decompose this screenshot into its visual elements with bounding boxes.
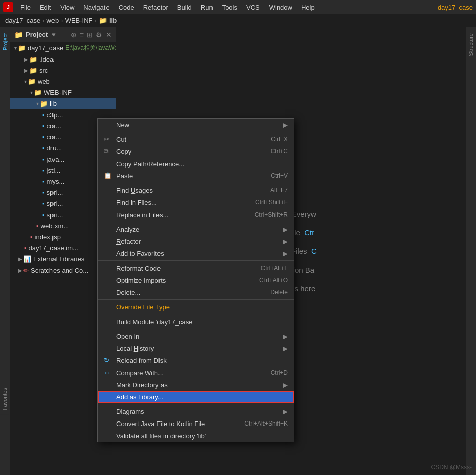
cm-optimizeimports-shortcut: Ctrl+Alt+O [259,277,288,284]
cm-replaceinfiles[interactable]: Replace in Files... Ctrl+Shift+R [98,208,294,221]
cm-overridefiletype[interactable]: Override File Type [98,301,294,313]
cm-new[interactable]: New ▶ [98,119,294,131]
cm-comparewith[interactable]: ↔ Compare With... Ctrl+D [98,366,294,379]
cm-convertjava[interactable]: Convert Java File to Kotlin File Ctrl+Al… [98,417,294,430]
hint-recentfiles-shortcut: C [311,247,317,255]
tree-label-webxml: web.xm... [41,222,69,230]
cm-refactor[interactable]: Refactor ▶ [98,235,294,247]
project-tab-icon[interactable]: Project [1,30,9,54]
collapse-icon[interactable]: ≡ [80,31,84,39]
cm-sep2 [98,183,294,183]
cm-validatefiles-label: Validate all files in directory 'lib' [116,432,288,440]
cm-paste[interactable]: 📋 Paste Ctrl+V [98,170,294,182]
close-icon[interactable]: ✕ [105,31,112,39]
file-icon-cor2: ▪ [42,133,45,141]
cm-markdirectoryas[interactable]: Mark Directory as ▶ [98,379,294,391]
cm-delete-shortcut: Delete [270,289,288,296]
menu-help[interactable]: Help [297,3,319,12]
expand-icon[interactable]: ⊞ [87,31,93,39]
cm-localhistory[interactable]: Local History ▶ [98,342,294,354]
tree-item-root[interactable]: ▾ 📁 day17_case E:\java相关\javaWeb\day17_c… [10,42,116,54]
breadcrumb-webinf[interactable]: WEB-INF [65,17,93,24]
cm-sep4 [98,260,294,261]
settings-icon[interactable]: ⚙ [96,31,102,39]
window-title: day17_case [438,4,473,11]
dropdown-arrow-icon[interactable]: ▾ [52,31,56,38]
cm-reload-icon: ↻ [104,357,113,364]
file-icon-cor1: ▪ [42,122,45,130]
cm-copy[interactable]: ⧉ Copy Ctrl+C [98,145,294,157]
app-logo: J [3,2,13,12]
breadcrumb-sep1: › [42,17,44,24]
cm-sep6 [98,314,294,314]
cm-findusages-label: Find Usages [116,187,270,194]
menu-navigate[interactable]: Navigate [79,3,113,12]
menu-file[interactable]: File [16,3,35,12]
cm-copy-shortcut: Ctrl+C [271,148,288,155]
cm-openin-label: Open In [116,333,283,340]
cm-reformat-shortcut: Ctrl+Alt+L [261,265,288,272]
menu-tools[interactable]: Tools [218,3,241,12]
breadcrumb-web[interactable]: web [46,17,59,24]
cm-validatefiles[interactable]: Validate all files in directory 'lib' [98,430,294,442]
menu-window[interactable]: Window [265,3,296,12]
cm-cut[interactable]: ✂ Cut Ctrl+X [98,133,294,145]
cm-cut-icon: ✂ [104,136,113,143]
cm-overridefiletype-label: Override File Type [116,303,288,311]
tree-label-spri3: spri... [47,211,63,219]
tree-label-c3p: c3p... [47,111,63,119]
breadcrumb-lib[interactable]: lib [109,17,117,24]
cm-cut-shortcut: Ctrl+X [271,136,288,143]
favorites-tab[interactable]: Favorites [0,384,9,414]
folder-icon-root: 📁 [18,44,26,52]
cm-copy-icon: ⧉ [104,148,113,155]
cm-analyze[interactable]: Analyze ▶ [98,223,294,235]
cm-delete[interactable]: Delete... Delete [98,286,294,298]
cm-diagrams[interactable]: Diagrams ▶ [98,405,294,417]
expand-arrow-root: ▾ [14,45,17,51]
file-icon-spri2: ▪ [42,200,45,207]
cm-addaslibrary[interactable]: Add as Library... [98,391,294,403]
tree-label-root: day17_case [28,44,63,52]
cm-findinfiles[interactable]: Find in Files... Ctrl+Shift+F [98,196,294,208]
tree-label-webinf: WEB-INF [44,89,72,96]
tree-item-web[interactable]: ▾ 📁 web [10,76,116,87]
cm-findusages[interactable]: Find Usages Alt+F7 [98,184,294,196]
cm-sep7 [98,329,294,329]
cm-buildmodule[interactable]: Build Module 'day17_case' [98,315,294,328]
cm-copypath[interactable]: Copy Path/Reference... [98,157,294,170]
cm-refactor-arrow: ▶ [283,238,288,245]
menu-refactor[interactable]: Refactor [139,3,172,12]
cm-reformat[interactable]: Reformat Code Ctrl+Alt+L [98,262,294,274]
cm-copypath-label: Copy Path/Reference... [116,160,288,168]
cm-analyze-label: Analyze [116,226,283,233]
tree-label-iml: day17_case.im... [29,244,78,252]
tree-item-idea[interactable]: ▶ 📁 .idea [10,54,116,65]
structure-tab[interactable]: Structure [467,29,475,60]
cm-openin[interactable]: Open In ▶ [98,330,294,342]
tree-item-src[interactable]: ▶ 📁 src [10,65,116,76]
tree-item-lib[interactable]: ▾ 📁 lib [10,98,116,109]
cm-reloadfromdisk-label: Reload from Disk [116,357,288,364]
breadcrumb: day17_case › web › WEB-INF › 📁 lib [0,14,476,27]
scratch-icon: ✏ [23,267,29,274]
menu-code[interactable]: Code [115,3,138,12]
file-icon-dru: ▪ [42,144,45,152]
extlib-icon: 📊 [23,255,31,263]
menu-run[interactable]: Run [197,3,217,12]
tree-item-webinf[interactable]: ▾ 📁 WEB-INF [10,87,116,98]
cm-favorites[interactable]: Add to Favorites ▶ [98,247,294,259]
project-panel-title: Project [26,31,48,38]
breadcrumb-project[interactable]: day17_case [5,17,40,24]
cm-optimizeimports[interactable]: Optimize Imports Ctrl+Alt+O [98,274,294,286]
menu-vcs[interactable]: VCS [242,3,264,12]
file-icon-spri3: ▪ [42,211,45,219]
cm-paste-label: Paste [116,172,271,180]
menu-build[interactable]: Build [173,3,196,12]
cm-reloadfromdisk[interactable]: ↻ Reload from Disk [98,354,294,366]
menu-view[interactable]: View [56,3,78,12]
menu-edit[interactable]: Edit [36,3,55,12]
expand-arrow-idea: ▶ [24,57,28,62]
locate-icon[interactable]: ⊕ [71,31,77,39]
tree-label-web: web [38,78,50,85]
